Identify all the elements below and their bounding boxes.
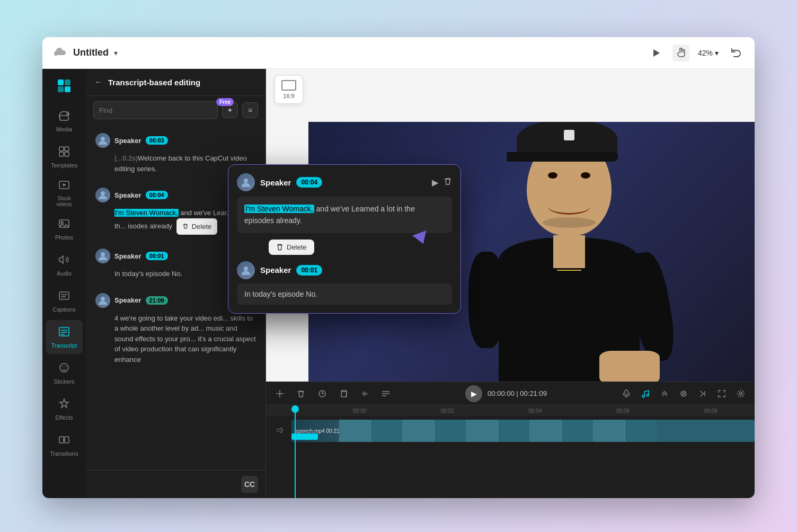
captions-icon (58, 290, 70, 304)
sidebar-item-transitions[interactable]: Transitions (46, 428, 83, 462)
transitions-icon (58, 434, 70, 448)
aspect-ratio-button[interactable]: 16:9 (274, 75, 303, 104)
delete-tool-button[interactable] (294, 386, 308, 401)
thumb-7 (530, 420, 562, 442)
title-chevron-icon[interactable]: ▾ (114, 49, 118, 57)
sidebar-item-audio[interactable]: Audio (46, 248, 83, 282)
sidebar-item-photos[interactable]: Photos (46, 212, 83, 246)
svg-point-39 (642, 395, 644, 397)
svg-rect-2 (65, 79, 70, 85)
popup-speaker-1: Speaker (260, 178, 291, 187)
sidebar-item-transcript[interactable]: Transcript (46, 320, 83, 354)
undo-button[interactable] (727, 45, 744, 61)
video-track-bar[interactable]: speech.mp4 00:21:09 (291, 420, 755, 442)
popup-highlighted-text: I'm Steven Womack, (244, 205, 314, 213)
loop-tool-button[interactable] (315, 386, 330, 401)
popup-entry2-header: Speaker 00:01 (237, 261, 452, 279)
delete-button-context[interactable]: Delete (176, 218, 218, 235)
popup-entry-header: Speaker 00:04 ▶ (237, 173, 452, 191)
right-hand (599, 351, 660, 382)
svg-point-23 (65, 366, 66, 367)
thumb-3 (403, 420, 435, 442)
settings-button[interactable] (733, 386, 748, 401)
search-input[interactable] (93, 101, 218, 119)
sidebar-nav: Media Templates (42, 69, 86, 498)
search-area: Free ✦ ≡ (86, 96, 265, 125)
sidebar-item-templates[interactable]: Templates (46, 140, 83, 174)
right-eye (581, 172, 590, 179)
list-view-button[interactable]: ≡ (242, 102, 258, 118)
effects-label: Effects (55, 414, 73, 421)
thumb-4 (435, 420, 466, 442)
stock-videos-icon (58, 179, 70, 193)
audio-tool-button[interactable] (357, 386, 372, 401)
popup-avatar-1 (237, 173, 255, 191)
sidebar-item-stock-videos[interactable]: Stockvideos (46, 176, 83, 210)
preview-play-button[interactable] (647, 45, 664, 61)
popup-delete-button[interactable]: Delete (269, 240, 314, 255)
zoom-value: 42% (698, 49, 713, 57)
person-figure (468, 122, 670, 382)
svg-point-22 (62, 366, 63, 367)
svg-rect-24 (59, 437, 64, 443)
sidebar-item-effects[interactable]: Effects (46, 392, 83, 426)
cap-brim (507, 152, 618, 162)
templates-label: Templates (51, 162, 77, 169)
neck (553, 235, 586, 268)
mic-button[interactable] (619, 386, 634, 401)
sidebar-item-media[interactable]: Media (46, 104, 83, 138)
cloud-icon (53, 46, 68, 60)
svg-point-28 (101, 191, 105, 196)
music-note-button[interactable] (638, 386, 653, 401)
thumb-1 (339, 420, 371, 442)
transcript-icon (58, 326, 70, 340)
timeline-play-button[interactable]: ▶ (465, 385, 482, 402)
svg-marker-11 (63, 183, 66, 187)
expand-button[interactable] (714, 386, 729, 401)
speaker-3-name: Speaker (114, 252, 141, 260)
svg-rect-4 (65, 86, 70, 92)
svg-point-29 (101, 252, 105, 256)
svg-rect-6 (59, 147, 64, 151)
hand-tool-button[interactable] (672, 45, 689, 61)
app-logo (55, 76, 74, 95)
speaker-1-name: Speaker (114, 137, 141, 145)
copy-tool-button[interactable] (336, 386, 351, 401)
svg-rect-38 (625, 390, 628, 395)
split-tool-button[interactable] (272, 386, 287, 401)
volume-button[interactable] (676, 386, 691, 401)
back-button[interactable]: ← (94, 77, 103, 87)
video-track-row: speech.mp4 00:21:09 (266, 416, 755, 446)
more-tool-button[interactable] (378, 386, 393, 401)
playhead[interactable] (295, 405, 296, 498)
timeline-center-controls: ▶ 00:00:00 | 00:21:09 (465, 385, 547, 402)
time-badge-3: 00:01 (146, 252, 168, 260)
svg-rect-14 (59, 292, 69, 299)
svg-rect-3 (58, 86, 64, 92)
popup-play-button[interactable]: ▶ (432, 178, 438, 188)
popup-entry2-text: In today's episode No. (237, 283, 452, 305)
skip-forward-button[interactable] (695, 386, 710, 401)
cc-button[interactable]: CC (241, 476, 258, 493)
ruler-mark-2: 00:04 (491, 408, 579, 414)
svg-point-47 (244, 179, 248, 183)
svg-rect-8 (59, 152, 64, 156)
media-icon (58, 110, 70, 124)
arrow-button[interactable] (657, 386, 672, 401)
time-badge-1: 00:03 (146, 136, 168, 145)
transcript-footer: CC (86, 470, 265, 498)
captions-label: Captions (52, 306, 75, 313)
zoom-control[interactable]: 42% ▾ (698, 49, 719, 57)
ruler-mark-3: 00:06 (579, 408, 667, 414)
popup-trash-button[interactable] (444, 177, 452, 188)
svg-point-48 (244, 267, 248, 271)
speaker-2-name: Speaker (114, 191, 141, 199)
current-time: 00:00:00 (488, 389, 515, 397)
transcript-panel-title: Transcript-based editing (108, 78, 200, 87)
svg-rect-25 (65, 437, 69, 443)
entry-1-header: Speaker 00:03 (90, 129, 261, 150)
highlighted-text-2: I'm Steven Womack, (114, 209, 179, 217)
header-right: 42% ▾ (647, 45, 744, 61)
sidebar-item-stickers[interactable]: Stickers (46, 356, 83, 390)
sidebar-item-captions[interactable]: Captions (46, 284, 83, 318)
